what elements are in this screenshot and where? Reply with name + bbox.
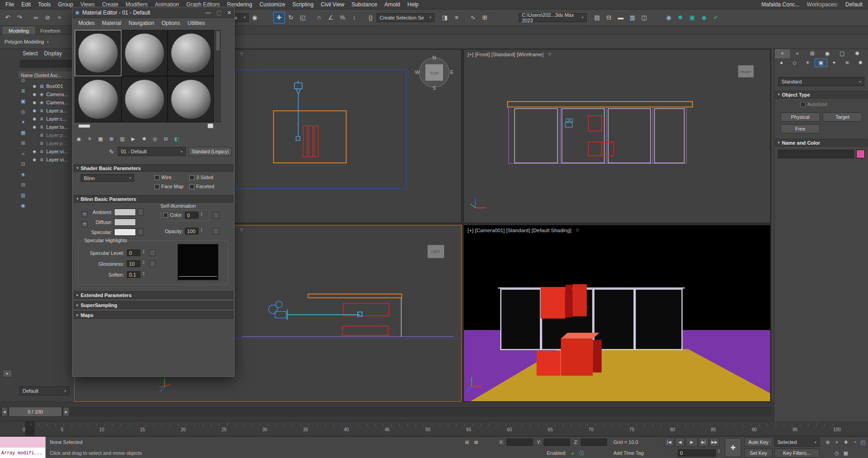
self-illum-value-field[interactable]: 0 xyxy=(185,212,198,219)
spacewarps-category-icon[interactable]: ≋ xyxy=(841,58,854,67)
list-item[interactable]: ◌≣Layer:p... xyxy=(28,139,74,147)
list-item[interactable]: ◉≣Layer:la... xyxy=(28,123,74,131)
visibility-eye-icon[interactable]: ◉ xyxy=(32,117,37,121)
previous-frame-button[interactable]: ◄ xyxy=(1,407,8,416)
menu-arnold[interactable]: Arnold xyxy=(381,0,404,10)
material-editor-window[interactable]: ◉ Material Editor - 01 - Default — ▢ ✕ M… xyxy=(72,7,235,377)
display-groups-icon[interactable]: ⊡ xyxy=(18,159,28,169)
angle-snap-icon[interactable]: ∠ xyxy=(325,12,337,24)
list-item[interactable]: ◌≣Layer:p... xyxy=(28,131,74,139)
key-filters-button[interactable]: Key Filters... xyxy=(774,448,820,458)
y-coordinate-field[interactable] xyxy=(544,439,570,446)
name-color-rollout[interactable]: ▾Name and Color xyxy=(775,139,868,146)
pick-material-eyedropper-icon[interactable]: ✎ xyxy=(107,147,116,156)
percent-snap-icon[interactable]: % xyxy=(337,12,348,24)
backlight-icon[interactable]: ☀ xyxy=(85,134,94,143)
menu-file[interactable]: File xyxy=(2,0,18,10)
track-bar[interactable]: 0510152025303540455055606570758085909510… xyxy=(0,421,868,436)
glossiness-spinner[interactable]: ▴▾ xyxy=(141,260,146,265)
viewport-filter-icon[interactable]: ▽ xyxy=(240,52,243,56)
create-tab-icon[interactable]: + xyxy=(775,49,790,58)
select-and-scale-icon[interactable]: ◱ xyxy=(297,12,309,24)
polygon-modeling-panel[interactable]: Polygon Modeling xyxy=(5,39,44,44)
project-folder-field[interactable]: C:\Users\202...3ds Max 2023▾ xyxy=(519,13,587,22)
z-coordinate-field[interactable] xyxy=(581,439,607,446)
frame-spinner[interactable]: ▴▾ xyxy=(717,449,721,453)
ribbon-toggle-icon[interactable]: ▬ xyxy=(615,12,627,24)
named-selection-set-dropdown[interactable]: Create Selection Se▾ xyxy=(376,13,434,22)
slot-resize-handle[interactable] xyxy=(78,124,90,128)
align-icon[interactable]: ≡ xyxy=(451,12,463,24)
geometry-category-icon[interactable]: ● xyxy=(775,58,788,67)
close-icon[interactable]: ✕ xyxy=(227,10,231,16)
object-name-field[interactable] xyxy=(778,150,854,158)
display-xrefs-icon[interactable]: ◈ xyxy=(18,170,28,179)
options-menu[interactable]: Options xyxy=(158,20,183,26)
material-editor-icon[interactable]: ◉ xyxy=(663,12,675,24)
target-camera-button[interactable]: Target xyxy=(823,112,862,122)
select-link-icon[interactable]: ∞ xyxy=(30,12,42,24)
display-containers-icon[interactable]: ▥ xyxy=(18,190,28,200)
sort-by-hierarchy-icon[interactable]: ⊙ xyxy=(18,76,28,85)
render-production-icon[interactable]: ◉ xyxy=(698,12,710,24)
glossiness-map-button[interactable] xyxy=(149,260,155,267)
viewport-filter-icon[interactable]: ▽ xyxy=(576,228,579,233)
modify-tab-icon[interactable]: ≈ xyxy=(790,49,805,58)
navigation-menu[interactable]: Navigation xyxy=(125,20,158,26)
material-slot[interactable] xyxy=(75,76,121,122)
material-map-navigator-icon[interactable]: ⊟ xyxy=(161,134,170,143)
viewport-front-label[interactable]: [+] [Front] [Standard] [Wireframe]▽ xyxy=(468,52,551,57)
key-mode-toggle-button[interactable]: ✚ xyxy=(725,438,741,457)
previous-key-button[interactable]: ◀ xyxy=(675,438,685,447)
utilities-tab-icon[interactable]: ✱ xyxy=(850,49,864,58)
background-icon[interactable]: ▦ xyxy=(96,134,105,143)
soften-field[interactable]: 0.1 xyxy=(127,271,140,278)
display-geometry-icon[interactable]: ▣ xyxy=(18,97,28,106)
visibility-eye-icon[interactable]: ◌ xyxy=(32,141,37,146)
opacity-map-button[interactable] xyxy=(213,228,219,234)
menu-scripting[interactable]: Scripting xyxy=(289,0,317,10)
display-spacewarps-icon[interactable]: ≈ xyxy=(18,149,28,158)
list-item[interactable]: ◉≣Layer:vi... xyxy=(28,156,74,164)
menu-customize[interactable]: Customize xyxy=(256,0,289,10)
soften-spinner[interactable]: ▴▾ xyxy=(141,271,146,276)
blinn-basic-parameters-rollout[interactable]: ▾Blinn Basic Parameters xyxy=(74,195,233,203)
select-by-material-icon[interactable]: ◎ xyxy=(150,134,159,143)
opacity-value-field[interactable]: 100 xyxy=(185,228,198,234)
shader-basic-parameters-rollout[interactable]: ▾Shader Basic Parameters xyxy=(74,164,233,172)
set-key-button[interactable]: Set Key xyxy=(744,448,772,458)
schematic-view-icon[interactable]: ⊞ xyxy=(479,12,491,24)
material-name-dropdown[interactable]: 01 - Default▾ xyxy=(118,147,186,156)
selection-lock-icon[interactable]: ⊠ xyxy=(472,438,480,446)
scrollbar-thumb[interactable] xyxy=(216,31,220,50)
ribbon-tab-modeling[interactable]: Modeling xyxy=(3,27,35,34)
visibility-eye-icon[interactable]: ◉ xyxy=(32,157,37,162)
list-item[interactable]: ◉◉Camera... xyxy=(28,90,74,98)
ribbon-tab-freeform[interactable]: Freeform xyxy=(35,27,66,34)
face-map-checkbox[interactable]: Face Map xyxy=(154,184,183,189)
current-frame-field[interactable]: 0 xyxy=(678,449,716,457)
maximize-viewport-icon[interactable]: ◰ xyxy=(859,438,867,446)
curve-editor-icon[interactable]: ∿ xyxy=(467,12,479,24)
viewport-camera[interactable]: [+] [Camera001] [Standard] [Default Shad… xyxy=(463,225,771,402)
list-item[interactable]: ◉▨Box001 xyxy=(28,82,74,90)
next-frame-button[interactable]: ► xyxy=(63,407,69,416)
utilities-menu[interactable]: Utilities xyxy=(184,20,208,26)
explorer-menu-display[interactable]: Display xyxy=(41,50,64,57)
lights-category-icon[interactable]: ☀ xyxy=(801,58,814,67)
material-slot[interactable] xyxy=(168,76,214,122)
menu-help[interactable]: Help xyxy=(404,0,422,10)
select-and-rotate-icon[interactable]: ↻ xyxy=(285,12,297,24)
unlink-selection-icon[interactable]: ⊘ xyxy=(42,12,53,24)
supersampling-rollout[interactable]: ▸SuperSampling xyxy=(74,301,233,309)
explorer-expand-button[interactable]: ▸ xyxy=(3,370,12,377)
material-menu[interactable]: Material xyxy=(99,20,125,26)
material-editor-titlebar[interactable]: ◉ Material Editor - 01 - Default — ▢ ✕ xyxy=(72,7,234,18)
workspaces-dropdown[interactable]: Default xyxy=(842,0,866,10)
specular-map-button[interactable] xyxy=(138,229,144,235)
explorer-preset-dropdown[interactable]: Default▾ xyxy=(19,386,69,395)
camera-type-dropdown[interactable]: Standard▾ xyxy=(778,77,864,86)
cameras-category-icon[interactable]: ▣ xyxy=(815,58,827,67)
free-camera-button[interactable]: Free xyxy=(781,124,820,133)
viewport-filter-icon[interactable]: ▽ xyxy=(240,228,243,232)
